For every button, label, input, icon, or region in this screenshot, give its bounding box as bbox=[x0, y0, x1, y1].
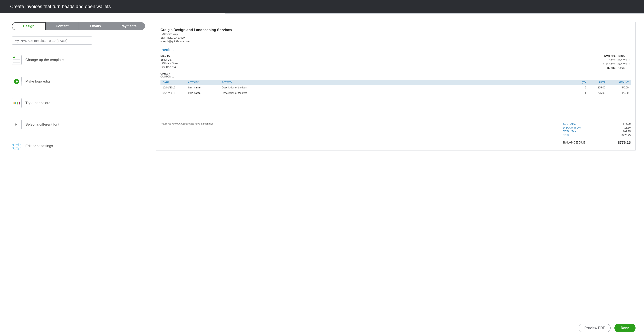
option-try-colors[interactable]: Try other colors bbox=[12, 98, 147, 108]
cell: 225.00 bbox=[586, 86, 605, 89]
invoice-meta: INVOICE#12345 DATE01/12/2016 DUE DATE02/… bbox=[601, 54, 631, 70]
cell: 01/12/2016 bbox=[162, 92, 188, 95]
option-label: Try other colors bbox=[25, 101, 50, 105]
option-label: Make logo edits bbox=[25, 79, 50, 84]
option-label: Change up the template bbox=[25, 58, 64, 62]
totals-value: $776.25 bbox=[622, 134, 631, 137]
line-items-spacer bbox=[160, 96, 631, 119]
cell: 1 bbox=[574, 92, 586, 95]
bill-to-label: BILL TO bbox=[160, 54, 178, 58]
cell: 450.00 bbox=[605, 86, 628, 89]
totals-value: 101.25 bbox=[623, 130, 631, 133]
cell: 225.00 bbox=[605, 92, 628, 95]
cell: 12/01/2016 bbox=[162, 86, 188, 89]
color-dot bbox=[14, 102, 14, 105]
cell: Description of the item bbox=[222, 92, 574, 95]
totals-block: SUBTOTAL675.00 DISCOUNT 2%-13.50 TOTAL T… bbox=[563, 122, 631, 145]
totals-label: SUBTOTAL bbox=[563, 122, 576, 125]
template-icon bbox=[12, 55, 22, 65]
cell: 2 bbox=[574, 86, 586, 89]
color-dot bbox=[19, 102, 20, 105]
totals-value: -13.50 bbox=[624, 126, 631, 129]
tab-design[interactable]: Design bbox=[12, 22, 46, 30]
color-dot bbox=[16, 102, 16, 105]
totals-label: TOTAL TAX bbox=[563, 130, 576, 133]
template-name-input[interactable] bbox=[12, 36, 92, 44]
colors-icon bbox=[12, 98, 22, 108]
col-rate: RATE bbox=[586, 81, 605, 84]
company-name: Craig's Design and Landscaping Services bbox=[160, 28, 631, 32]
document-title: Invoice bbox=[160, 48, 631, 52]
option-label: Edit print settings bbox=[25, 144, 53, 148]
font-icon: Ff bbox=[12, 120, 22, 129]
tab-content[interactable]: Content bbox=[46, 22, 79, 30]
action-bar: Preview PDF Done bbox=[0, 320, 644, 336]
cell: 225.00 bbox=[586, 92, 605, 95]
thank-you-message: Thank you for your business and have a g… bbox=[160, 122, 559, 145]
cell: Description of the item bbox=[222, 86, 574, 89]
color-dot bbox=[17, 102, 18, 105]
meta-value: Net 30 bbox=[618, 66, 631, 70]
company-address-line: 123 Sierra Way bbox=[160, 32, 631, 36]
option-select-font[interactable]: Ff Select a different font bbox=[12, 120, 147, 129]
invoice-preview: Craig's Design and Landscaping Services … bbox=[156, 22, 636, 151]
col-activity-desc: ACTIVITY bbox=[222, 81, 574, 84]
line-item-row: 12/01/2016 Item name Description of the … bbox=[160, 85, 631, 90]
totals-label: DISCOUNT 2% bbox=[563, 126, 580, 129]
crew-label: CREW # bbox=[160, 72, 631, 75]
print-settings-icon bbox=[12, 141, 22, 151]
col-qty: QTY bbox=[574, 81, 586, 84]
bill-to-block: BILL TO Smith Co. 123 Main Street City, … bbox=[160, 54, 178, 70]
meta-label: INVOICE# bbox=[601, 54, 616, 58]
meta-label: DUE DATE bbox=[601, 62, 616, 66]
col-activity: ACTIVITY bbox=[188, 81, 222, 84]
bill-to-name: Smith Co. bbox=[160, 58, 178, 62]
option-logo-edits[interactable]: + Make logo edits bbox=[12, 77, 147, 86]
balance-due-label: BALANCE DUE bbox=[563, 141, 586, 145]
company-email: noreply@quickbooks.com bbox=[160, 40, 631, 43]
meta-value: 02/12/2016 bbox=[618, 62, 631, 66]
done-button[interactable]: Done bbox=[614, 324, 636, 332]
balance-due-value: $776.25 bbox=[618, 141, 631, 145]
col-amount: AMOUNT bbox=[605, 81, 628, 84]
cell: Item name bbox=[188, 86, 222, 89]
tab-emails[interactable]: Emails bbox=[79, 22, 112, 30]
section-tabs: Design Content Emails Payments bbox=[12, 22, 145, 30]
meta-label: TERMS bbox=[601, 66, 616, 70]
crew-value: CUSTOM-1 bbox=[160, 75, 631, 78]
bill-to-addr: City, CA 12345 bbox=[160, 65, 178, 69]
design-panel: Design Content Emails Payments Change up… bbox=[12, 22, 147, 318]
tab-payments[interactable]: Payments bbox=[112, 22, 145, 30]
meta-label: DATE bbox=[601, 58, 616, 62]
add-logo-icon: + bbox=[12, 77, 22, 86]
svg-rect-0 bbox=[14, 143, 20, 149]
totals-value: 675.00 bbox=[623, 122, 631, 125]
option-print-settings[interactable]: Edit print settings bbox=[12, 141, 147, 151]
company-address-line: San Pablo, CA 87999 bbox=[160, 36, 631, 40]
meta-value: 12345 bbox=[618, 54, 631, 58]
option-label: Select a different font bbox=[25, 122, 59, 127]
option-change-template[interactable]: Change up the template bbox=[12, 55, 147, 65]
col-date: DATE bbox=[162, 81, 188, 84]
preview-pdf-button[interactable]: Preview PDF bbox=[579, 324, 610, 332]
page-title: Create invoices that turn heads and open… bbox=[10, 4, 111, 9]
meta-value: 01/12/2016 bbox=[618, 58, 631, 62]
line-item-row: 01/12/2016 Item name Description of the … bbox=[160, 90, 631, 96]
crew-block: CREW # CUSTOM-1 bbox=[160, 72, 631, 78]
totals-label: TOTAL bbox=[563, 134, 571, 137]
page-header: Create invoices that turn heads and open… bbox=[0, 0, 644, 13]
line-items-header: DATE ACTIVITY ACTIVITY QTY RATE AMOUNT bbox=[160, 80, 631, 85]
cell: Item name bbox=[188, 92, 222, 95]
bill-to-addr: 123 Main Street bbox=[160, 62, 178, 65]
plus-icon: + bbox=[14, 79, 19, 84]
